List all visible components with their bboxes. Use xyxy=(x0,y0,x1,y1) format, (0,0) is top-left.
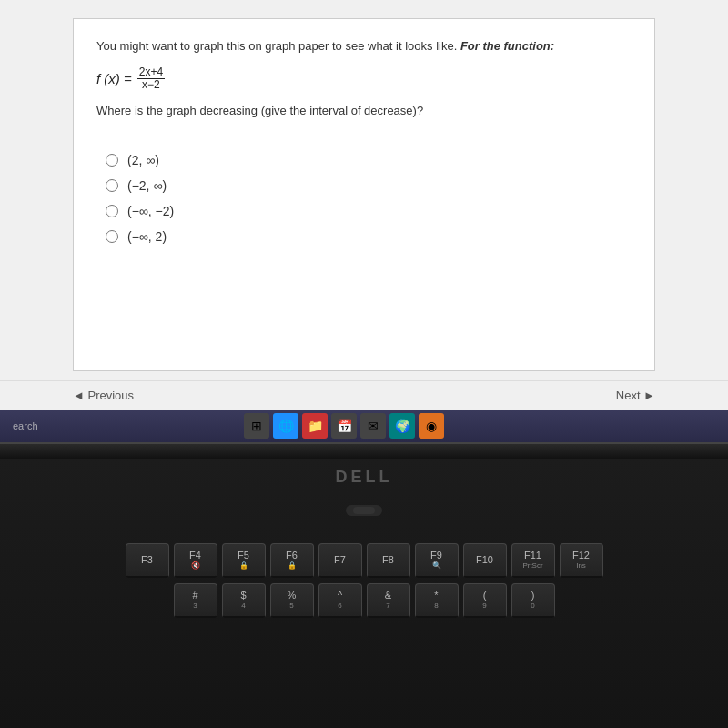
quiz-box: You might want to graph this on graph pa… xyxy=(73,18,655,371)
option-2[interactable]: (−2, ∞) xyxy=(106,178,632,193)
key-f5[interactable]: F5🔒 xyxy=(222,543,266,578)
function-lhs: f (x) = xyxy=(96,71,132,86)
radio-opt4[interactable] xyxy=(106,230,118,243)
power-button[interactable] xyxy=(353,507,375,514)
taskbar-icon-browser2[interactable]: 🌍 xyxy=(389,413,415,439)
power-button-area xyxy=(346,505,382,516)
key-f3[interactable]: F3 xyxy=(126,543,169,578)
search-area[interactable]: earch xyxy=(7,420,44,431)
taskbar-icon-mail[interactable]: ✉ xyxy=(360,413,386,439)
radio-opt1[interactable] xyxy=(106,154,118,167)
key-f8[interactable]: F8 xyxy=(367,543,410,578)
key-f11[interactable]: F11PrtScr xyxy=(511,543,555,578)
laptop-hinge xyxy=(0,442,728,459)
radio-opt2[interactable] xyxy=(106,179,118,192)
taskbar-icon-folder[interactable]: 📁 xyxy=(302,413,328,439)
function-display: f (x) = 2x+4 x−2 xyxy=(96,66,632,91)
next-button[interactable]: Next ► xyxy=(616,389,655,402)
key-rparen[interactable]: )0 xyxy=(511,583,555,618)
quiz-area: You might want to graph this on graph pa… xyxy=(0,0,728,380)
taskbar: earch ⊞ 🌐 📁 📅 ✉ 🌍 ◉ xyxy=(0,410,728,442)
laptop-body: DELL F3 F4🔇 F5🔒 F6🔒 F7 F8 F9🔍 F10 F11Prt… xyxy=(0,459,728,728)
option-3[interactable]: (−∞, −2) xyxy=(106,204,632,218)
key-f12[interactable]: F12Ins xyxy=(560,543,603,578)
denominator: x−2 xyxy=(140,79,162,91)
dell-logo: DELL xyxy=(336,468,393,487)
key-ampersand[interactable]: &7 xyxy=(367,583,410,618)
key-lparen[interactable]: (9 xyxy=(463,583,507,618)
numerator: 2x+4 xyxy=(137,66,165,79)
key-percent[interactable]: %5 xyxy=(270,583,314,618)
key-f4[interactable]: F4🔇 xyxy=(174,543,217,578)
num-key-row: #3 $4 %5 ^6 &7 *8 (9 )0 xyxy=(18,583,710,618)
radio-opt3[interactable] xyxy=(106,205,118,217)
answer-options: (2, ∞) (−2, ∞) (−∞, −2) (−∞, 2) xyxy=(96,153,632,244)
key-caret[interactable]: ^6 xyxy=(318,583,362,618)
browser-window: You might want to graph this on graph pa… xyxy=(0,0,728,410)
key-f9[interactable]: F9🔍 xyxy=(415,543,459,578)
laptop-screen: You might want to graph this on graph pa… xyxy=(0,0,728,410)
keyboard-area: F3 F4🔇 F5🔒 F6🔒 F7 F8 F9🔍 F10 F11PrtScr F… xyxy=(18,543,710,618)
taskbar-icon-edge[interactable]: 🌐 xyxy=(273,413,298,439)
function-fraction: 2x+4 x−2 xyxy=(137,66,165,91)
taskbar-icons: ⊞ 🌐 📁 📅 ✉ 🌍 ◉ xyxy=(244,413,444,439)
option-4[interactable]: (−∞, 2) xyxy=(106,229,632,244)
previous-button[interactable]: ◄ Previous xyxy=(73,389,134,402)
option-2-label: (−2, ∞) xyxy=(127,178,167,193)
key-f10[interactable]: F10 xyxy=(463,543,507,578)
divider xyxy=(96,136,632,136)
hint-text: You might want to graph this on graph pa… xyxy=(96,37,632,56)
option-1[interactable]: (2, ∞) xyxy=(106,153,632,167)
option-3-label: (−∞, −2) xyxy=(127,204,174,218)
key-dollar[interactable]: $4 xyxy=(222,583,266,618)
question-text: Where is the graph decreasing (give the … xyxy=(96,104,632,117)
option-1-label: (2, ∞) xyxy=(127,153,159,167)
key-hash[interactable]: #3 xyxy=(174,583,217,618)
key-asterisk[interactable]: *8 xyxy=(415,583,459,618)
taskbar-icon-app[interactable]: ◉ xyxy=(419,413,444,439)
navigation-bar: ◄ Previous Next ► xyxy=(0,380,728,410)
taskbar-icon-apps[interactable]: ⊞ xyxy=(244,413,269,439)
key-f6[interactable]: F6🔒 xyxy=(270,543,314,578)
key-f7[interactable]: F7 xyxy=(318,543,362,578)
taskbar-icon-calendar[interactable]: 📅 xyxy=(331,413,357,439)
fn-key-row: F3 F4🔇 F5🔒 F6🔒 F7 F8 F9🔍 F10 F11PrtScr F… xyxy=(18,543,710,578)
option-4-label: (−∞, 2) xyxy=(127,229,167,244)
